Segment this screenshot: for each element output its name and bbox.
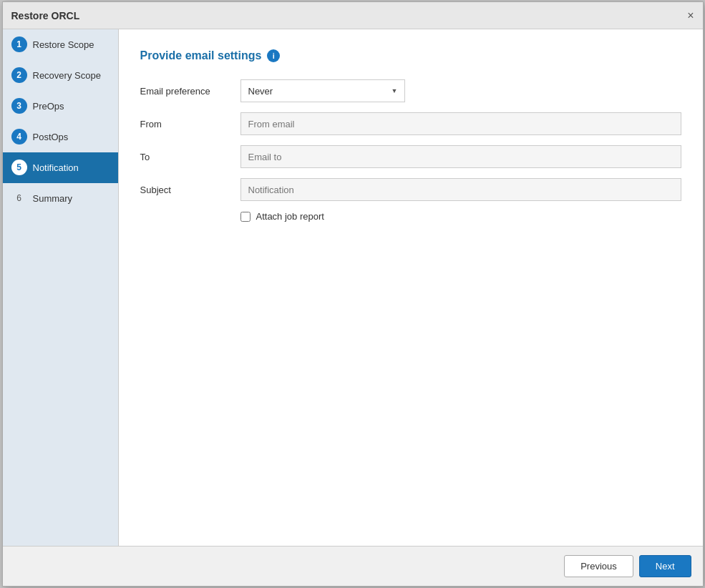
dialog-title: Restore ORCL xyxy=(11,10,80,21)
subject-input[interactable] xyxy=(240,178,681,201)
step-badge-5: 5 xyxy=(11,160,27,175)
sidebar-item-restore-scope[interactable]: 1 Restore Scope xyxy=(3,29,118,60)
close-button[interactable]: × xyxy=(687,10,694,21)
sidebar-item-postops[interactable]: 4 PostOps xyxy=(3,122,118,152)
sidebar-item-label-notification: Notification xyxy=(33,162,79,173)
attach-job-report-label[interactable]: Attach job report xyxy=(256,211,324,222)
to-input[interactable] xyxy=(240,145,681,168)
previous-button[interactable]: Previous xyxy=(564,555,633,577)
from-input[interactable] xyxy=(240,112,681,135)
main-content: Provide email settings i Email preferenc… xyxy=(119,29,703,546)
subject-label: Subject xyxy=(140,185,240,195)
email-preference-select-wrapper: Never On Failure Always xyxy=(240,79,405,102)
email-preference-row: Email preference Never On Failure Always xyxy=(140,79,681,102)
sidebar-item-label-recovery-scope: Recovery Scope xyxy=(33,70,101,81)
sidebar-item-recovery-scope[interactable]: 2 Recovery Scope xyxy=(3,60,118,91)
sidebar-item-label-postops: PostOps xyxy=(33,132,69,142)
to-row: To xyxy=(140,145,681,168)
next-button[interactable]: Next xyxy=(639,555,691,577)
sidebar-item-summary[interactable]: 6 Summary xyxy=(3,183,118,214)
attach-job-report-checkbox[interactable] xyxy=(240,212,251,222)
email-preference-label: Email preference xyxy=(140,86,240,97)
sidebar-item-label-summary: Summary xyxy=(33,193,73,204)
dialog-header: Restore ORCL × xyxy=(3,2,703,29)
sidebar-item-notification[interactable]: 5 Notification xyxy=(3,152,118,183)
from-row: From xyxy=(140,112,681,135)
sidebar: 1 Restore Scope 2 Recovery Scope 3 PreOp… xyxy=(3,29,119,546)
step-badge-4: 4 xyxy=(11,129,27,144)
step-badge-2: 2 xyxy=(11,67,27,83)
dialog-body: 1 Restore Scope 2 Recovery Scope 3 PreOp… xyxy=(3,29,703,546)
restore-orcl-dialog: Restore ORCL × 1 Restore Scope 2 Recover… xyxy=(2,1,704,587)
section-title-text: Provide email settings xyxy=(140,49,262,62)
sidebar-item-preops[interactable]: 3 PreOps xyxy=(3,91,118,122)
attach-job-report-row: Attach job report xyxy=(140,211,681,222)
subject-row: Subject xyxy=(140,178,681,201)
step-badge-1: 1 xyxy=(11,36,27,52)
step-badge-6: 6 xyxy=(11,190,27,206)
dialog-footer: Previous Next xyxy=(3,546,703,586)
step-badge-3: 3 xyxy=(11,98,27,114)
to-label: To xyxy=(140,152,240,162)
sidebar-item-label-preops: PreOps xyxy=(33,101,64,112)
info-icon[interactable]: i xyxy=(267,49,280,62)
email-preference-select[interactable]: Never On Failure Always xyxy=(240,79,405,102)
section-title: Provide email settings i xyxy=(140,49,681,62)
from-label: From xyxy=(140,119,240,129)
sidebar-item-label-restore-scope: Restore Scope xyxy=(33,39,94,50)
